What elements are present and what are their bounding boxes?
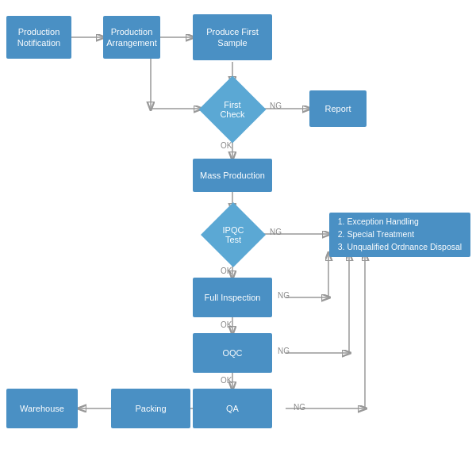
flowchart: Production Notification Production Arran… [0,0,476,464]
ipqc-test-diamond: IPQCTest [201,206,266,263]
mass-production-box: Mass Production [193,159,272,192]
exception-handling-box: 1. Exception Handling2. Special Treatmen… [329,213,470,257]
packing-box: Packing [111,389,190,428]
ok-label-2: OK [221,267,232,275]
ng-label-1: NG [270,102,282,110]
produce-first-sample-box: Produce First Sample [193,14,272,60]
ng-label-3: NG [278,291,290,300]
ng-label-2: NG [270,228,282,236]
production-notification-box: Production Notification [6,16,71,59]
oqc-box: OQC [193,333,272,373]
warehouse-box: Warehouse [6,389,78,428]
production-arrangement-box: Production Arrangement [103,16,160,59]
ng-label-5: NG [294,403,305,412]
report-box: Report [309,90,367,127]
ok-label-1: OK [221,141,232,150]
ok-label-4: OK [221,376,232,385]
first-check-diamond: FirstCheck [201,78,264,141]
ng-label-4: NG [278,347,290,355]
full-inspection-box: Full Inspection [193,278,272,317]
ok-label-3: OK [221,320,232,329]
qa-box: QA [193,389,272,428]
